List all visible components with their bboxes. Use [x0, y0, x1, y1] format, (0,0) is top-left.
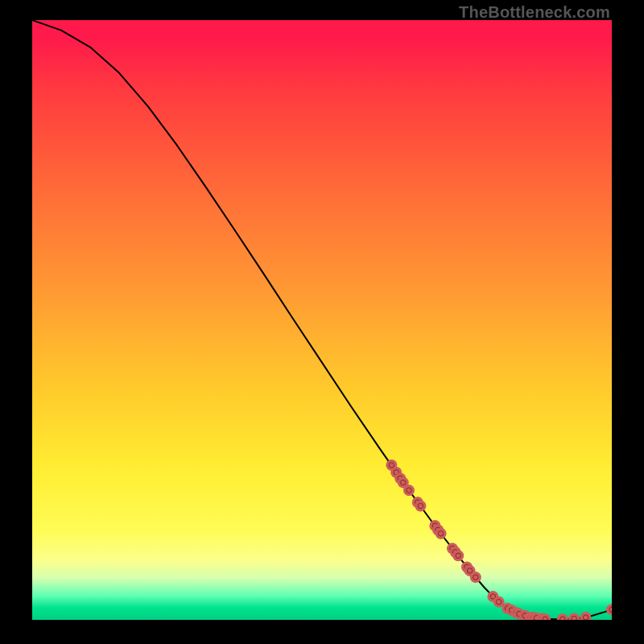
plot-area	[32, 20, 612, 620]
dot-core	[609, 607, 612, 612]
dot-core	[438, 531, 443, 536]
watermark-text: TheBottleneck.com	[459, 3, 610, 22]
dot-core	[560, 617, 565, 620]
dot-core	[572, 616, 576, 620]
dot-core	[401, 480, 406, 485]
dot-core	[456, 553, 460, 558]
dot-core	[473, 575, 478, 580]
dot-core	[467, 568, 472, 573]
highlight-dots	[386, 460, 612, 620]
chart-stage: TheBottleneck.com	[0, 0, 644, 644]
dot-core	[583, 615, 588, 620]
chart-svg	[32, 20, 612, 620]
dot-core	[389, 463, 394, 468]
dot-core	[407, 488, 411, 493]
dot-core	[543, 617, 547, 620]
dot-core	[496, 599, 501, 604]
bottleneck-curve	[32, 20, 612, 619]
dot-core	[418, 503, 423, 508]
